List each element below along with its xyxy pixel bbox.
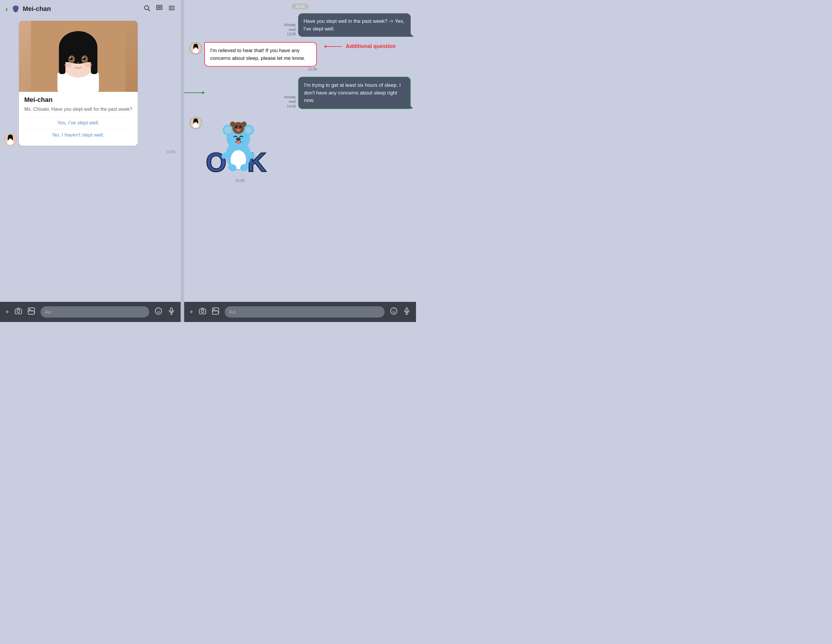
right-image-icon[interactable]: [212, 307, 219, 317]
svg-point-29: [64, 63, 71, 67]
shield-icon: [11, 4, 21, 14]
svg-marker-49: [324, 45, 326, 48]
svg-rect-38: [171, 308, 173, 312]
camera-icon[interactable]: [14, 307, 22, 317]
search-icon[interactable]: [143, 5, 150, 13]
sent-msg-1-row: Have you slept well in the past week? ->…: [189, 13, 411, 37]
svg-point-75: [235, 126, 237, 128]
hamburger-icon[interactable]: [168, 5, 175, 13]
svg-point-34: [29, 309, 30, 310]
svg-point-76: [239, 126, 242, 128]
card-message-row: Mei-chan Ms. Chisaki, Have you slept wel…: [4, 21, 176, 146]
timestamp-top: 13:30: [189, 4, 411, 9]
right-plus-icon[interactable]: +: [189, 308, 194, 316]
back-button[interactable]: ‹: [5, 5, 8, 14]
read-status-3: Already read 14:04: [284, 95, 296, 109]
right-toolbar: + Aa: [184, 302, 416, 322]
card-option-yes[interactable]: Yes, I've slept well.: [24, 117, 132, 128]
svg-point-35: [155, 308, 162, 314]
svg-point-32: [17, 310, 20, 313]
svg-rect-87: [406, 308, 408, 312]
svg-rect-58: [197, 120, 198, 123]
card-timestamp: 13:30: [4, 150, 176, 154]
svg-text:O: O: [206, 147, 227, 176]
right-mic-icon[interactable]: [403, 307, 411, 317]
panel-divider: [181, 0, 184, 322]
card-image: [19, 21, 138, 92]
left-toolbar: + Aa: [0, 302, 181, 322]
svg-point-43: [193, 48, 199, 53]
left-chat-area: Mei-chan Ms. Chisaki, Have you slept wel…: [0, 18, 181, 302]
svg-point-10: [7, 139, 14, 145]
svg-rect-57: [194, 120, 195, 123]
bot-avatar: [4, 133, 17, 146]
received-msg-2-row: I'm relieved to hear that! If you have a…: [189, 42, 411, 71]
svg-point-78: [230, 122, 235, 127]
svg-point-30: [85, 63, 92, 67]
svg-rect-2: [157, 5, 162, 10]
annotation-additional: Additional question: [323, 42, 395, 51]
right-camera-icon[interactable]: [199, 307, 206, 317]
input-msg-3-row: Input text messages I'm trying to get at…: [189, 77, 411, 109]
svg-rect-46: [194, 46, 195, 49]
card-content: Mei-chan Ms. Chisaki, Have you slept wel…: [19, 92, 138, 146]
sticker-row: O K: [189, 117, 411, 184]
right-emoji-icon[interactable]: [390, 307, 398, 317]
annotation-additional-label: Additional question: [346, 43, 395, 50]
right-panel: 13:30 Have you slept well in the past we…: [184, 0, 416, 322]
right-chat-area: 13:30 Have you slept well in the past we…: [184, 0, 416, 302]
svg-point-81: [202, 310, 204, 313]
svg-rect-21: [59, 47, 66, 74]
card-question: Ms. Chisaki, Have you slept well for the…: [24, 106, 132, 112]
card-bubble: Mei-chan Ms. Chisaki, Have you slept wel…: [19, 21, 138, 146]
svg-point-79: [241, 122, 246, 127]
svg-rect-14: [12, 137, 13, 140]
koala-sticker: O K: [204, 117, 275, 184]
sticker-timestamp: 14:06: [204, 178, 275, 183]
input-bubble-3: I'm trying to get at least six hours of …: [298, 77, 411, 109]
image-icon[interactable]: [27, 307, 35, 317]
card-options: Yes, I've slept well. No, I haven't slep…: [24, 117, 132, 140]
card-option-no[interactable]: No, I haven't slept well.: [24, 130, 132, 140]
left-header: ‹ Mei-chan: [0, 0, 181, 18]
svg-rect-47: [197, 46, 198, 49]
plus-icon[interactable]: +: [5, 308, 9, 316]
svg-rect-13: [8, 137, 9, 140]
svg-point-27: [70, 57, 71, 58]
svg-point-28: [83, 57, 84, 58]
annotation-arrow-green: [184, 88, 208, 97]
svg-point-83: [213, 309, 214, 310]
mic-icon[interactable]: [168, 307, 175, 317]
svg-point-72: [236, 138, 241, 141]
header-icons: [143, 5, 175, 13]
annotation-input-text: Input text messages: [184, 88, 208, 97]
svg-line-1: [148, 10, 150, 11]
svg-point-69: [224, 127, 232, 134]
sticker-avatar: [189, 117, 202, 129]
svg-point-73: [236, 141, 240, 144]
right-text-input[interactable]: Aa: [225, 306, 385, 317]
sent-bubble-1: Have you slept well in the past week? ->…: [298, 13, 411, 37]
received-avatar: [189, 42, 202, 54]
text-input[interactable]: Aa: [40, 306, 149, 317]
read-status-1: Already read 13:59: [284, 23, 296, 37]
header-title: Mei-chan: [23, 5, 143, 13]
left-panel: ‹ Mei-chan: [0, 0, 181, 322]
annotation-arrow-red: [323, 42, 344, 51]
svg-point-84: [390, 308, 397, 314]
received-bubble-2: I'm relieved to hear that! If you have a…: [204, 42, 317, 67]
emoji-icon[interactable]: [155, 307, 162, 317]
menu-list-icon[interactable]: [156, 5, 163, 13]
svg-point-71: [245, 127, 252, 134]
svg-point-77: [237, 129, 240, 131]
card-character-name: Mei-chan: [24, 96, 132, 104]
svg-rect-22: [91, 47, 98, 74]
received-timestamp-2: 13:59: [204, 67, 317, 71]
svg-marker-51: [203, 91, 205, 94]
svg-point-54: [193, 123, 199, 128]
